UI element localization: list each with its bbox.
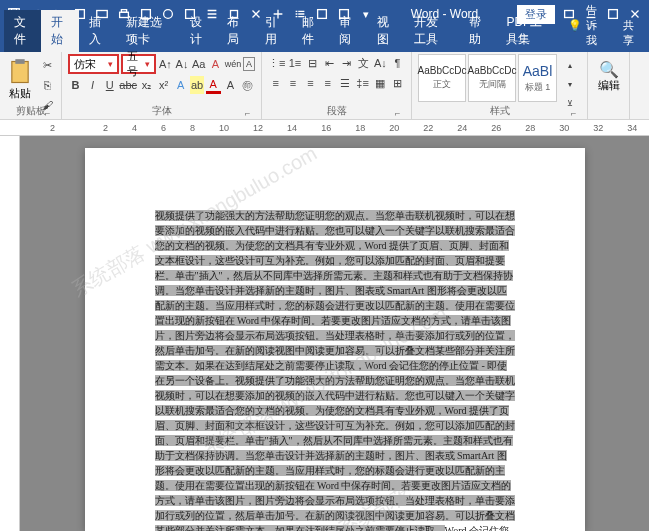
ruler-vertical[interactable] — [0, 136, 20, 531]
tell-me[interactable]: 💡告诉我 — [560, 0, 613, 52]
grow-font-icon[interactable]: A↑ — [158, 55, 173, 73]
style-normal[interactable]: AaBbCcDc 正文 — [418, 54, 466, 102]
styles-up-icon[interactable]: ▴ — [561, 56, 579, 74]
document-area: 系统部落 www.xitongbuluo.com 系统部落 www.xitong… — [0, 136, 649, 531]
tab-view[interactable]: 视图 — [367, 10, 404, 52]
ribbon: 粘贴 ✂ ⎘ 🖌 剪贴板 ⌐ 仿宋▾ 五号▾ A↑ A↓ Aa A wén A … — [0, 52, 649, 120]
decrease-indent-icon[interactable]: ⇤ — [322, 54, 337, 72]
page[interactable]: 系统部落 www.xitongbuluo.com 系统部落 www.xitong… — [85, 148, 585, 531]
tab-help[interactable]: 帮助 — [459, 10, 496, 52]
tab-home[interactable]: 开始 — [41, 10, 78, 52]
bullets-icon[interactable]: ⋮≡ — [268, 54, 285, 72]
justify-icon[interactable]: ≡ — [320, 74, 335, 92]
change-case-icon[interactable]: Aa — [191, 55, 206, 73]
align-left-icon[interactable]: ≡ — [268, 74, 283, 92]
group-editing: 🔍 编辑 — [588, 52, 630, 119]
tab-design[interactable]: 设计 — [180, 10, 217, 52]
distribute-icon[interactable]: ☰ — [338, 74, 353, 92]
align-center-icon[interactable]: ≡ — [285, 74, 300, 92]
tab-file[interactable]: 文件 — [4, 10, 41, 52]
copy-icon[interactable]: ⎘ — [38, 76, 56, 94]
line-spacing-icon[interactable]: ‡≡ — [355, 74, 370, 92]
tab-mailings[interactable]: 邮件 — [292, 10, 329, 52]
increase-indent-icon[interactable]: ⇥ — [339, 54, 354, 72]
clipboard-icon — [6, 58, 34, 86]
text-effects-icon[interactable]: A — [173, 76, 188, 94]
group-styles: AaBbCcDc 正文 AaBbCcDc 无间隔 AaBl 标题 1 ▴ ▾ ⊻… — [412, 52, 588, 119]
group-font: 仿宋▾ 五号▾ A↑ A↓ Aa A wén A B I U abc x₂ x²… — [62, 52, 262, 119]
chevron-down-icon: ▾ — [145, 59, 150, 69]
tab-references[interactable]: 引用 — [255, 10, 292, 52]
align-right-icon[interactable]: ≡ — [303, 74, 318, 92]
italic-icon[interactable]: I — [85, 76, 100, 94]
subscript-icon[interactable]: x₂ — [139, 76, 154, 94]
selected-text[interactable]: 视频提供了功能强大的方法帮助您证明您的观点。当您单击联机视频时，可以在想要添加的… — [155, 210, 515, 531]
shrink-font-icon[interactable]: A↓ — [175, 55, 190, 73]
font-name-select[interactable]: 仿宋▾ — [68, 54, 119, 74]
tab-pdf[interactable]: PDF工具集 — [496, 10, 560, 52]
svg-rect-13 — [12, 62, 28, 83]
highlight-icon[interactable]: ab — [190, 76, 203, 94]
find-icon[interactable]: 🔍 — [600, 60, 618, 78]
underline-icon[interactable]: U — [102, 76, 117, 94]
style-heading1[interactable]: AaBl 标题 1 — [518, 54, 557, 102]
group-paragraph: ⋮≡ 1≡ ⊟ ⇤ ⇥ 文 A↓ ¶ ≡ ≡ ≡ ≡ ☰ ‡≡ ▦ ⊞ 段落 ⌐ — [262, 52, 412, 119]
char-shading-icon[interactable]: A — [223, 76, 238, 94]
svg-rect-14 — [15, 59, 24, 64]
asian-layout-icon[interactable]: 文 — [356, 54, 371, 72]
group-clipboard: 粘贴 ✂ ⎘ 🖌 剪贴板 ⌐ — [0, 52, 62, 119]
font-launcher[interactable]: ⌐ — [245, 108, 255, 118]
char-border-icon[interactable]: A — [243, 57, 255, 71]
tab-developer[interactable]: 开发工具 — [404, 10, 459, 52]
show-marks-icon[interactable]: ¶ — [390, 54, 405, 72]
tab-insert[interactable]: 插入 — [79, 10, 116, 52]
numbering-icon[interactable]: 1≡ — [287, 54, 302, 72]
ribbon-tabs: 文件 开始 插入 新建选项卡 设计 布局 引用 邮件 审阅 视图 开发工具 帮助… — [0, 28, 649, 52]
tab-newtab[interactable]: 新建选项卡 — [116, 10, 180, 52]
font-color-icon[interactable]: A — [206, 76, 221, 94]
shading-icon[interactable]: ▦ — [372, 74, 387, 92]
cut-icon[interactable]: ✂ — [38, 56, 56, 74]
enclose-char-icon[interactable]: ㊞ — [240, 76, 255, 94]
lightbulb-icon: 💡 — [568, 19, 582, 32]
tab-layout[interactable]: 布局 — [217, 10, 254, 52]
strike-icon[interactable]: abc — [119, 76, 137, 94]
style-nospacing[interactable]: AaBbCcDc 无间隔 — [468, 54, 516, 102]
superscript-icon[interactable]: x² — [156, 76, 171, 94]
font-size-select[interactable]: 五号▾ — [121, 54, 156, 74]
borders-icon[interactable]: ⊞ — [390, 74, 405, 92]
share-button[interactable]: 共享 — [613, 14, 649, 52]
ruler-horizontal[interactable]: 2246810121416182022242628303234363840424… — [0, 120, 649, 136]
chevron-down-icon: ▾ — [108, 59, 113, 69]
multilevel-icon[interactable]: ⊟ — [305, 54, 320, 72]
phonetic-icon[interactable]: wén — [225, 55, 242, 73]
tab-review[interactable]: 审阅 — [329, 10, 366, 52]
sort-icon[interactable]: A↓ — [373, 54, 388, 72]
styles-down-icon[interactable]: ▾ — [561, 75, 579, 93]
paste-button[interactable]: 粘贴 — [6, 54, 34, 101]
clear-format-icon[interactable]: A — [208, 55, 223, 73]
styles-launcher[interactable]: ⌐ — [571, 108, 581, 118]
clipboard-launcher[interactable]: ⌐ — [45, 108, 55, 118]
bold-icon[interactable]: B — [68, 76, 83, 94]
paragraph-launcher[interactable]: ⌐ — [395, 108, 405, 118]
